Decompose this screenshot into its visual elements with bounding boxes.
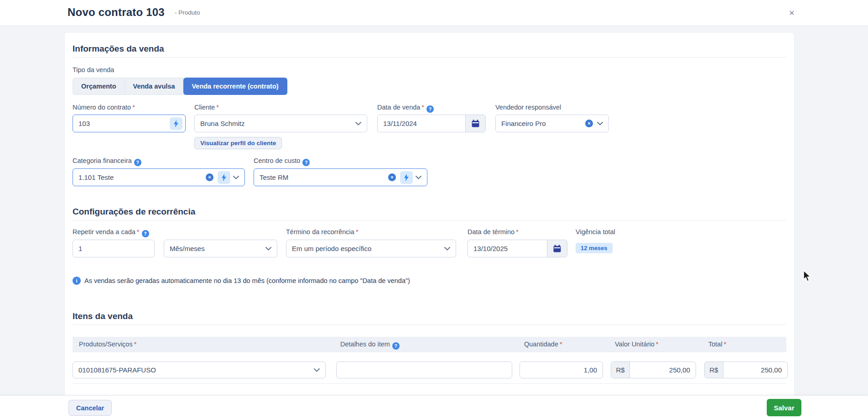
chevron-down-icon [233, 176, 239, 179]
help-icon[interactable]: ? [392, 342, 400, 350]
required-marker: * [656, 340, 659, 348]
help-icon[interactable]: ? [134, 159, 141, 166]
save-button[interactable]: Salvar [767, 399, 801, 416]
chevron-down-icon [444, 247, 450, 251]
contract-number-autofill-button[interactable] [170, 117, 182, 130]
section-title-items: Itens da venda [73, 311, 133, 321]
item-total-input[interactable] [723, 362, 787, 378]
form-footer: Cancelar Salvar [0, 395, 868, 419]
help-icon[interactable]: ? [142, 230, 149, 237]
section-title-recurrence: Configurações de recorrência [73, 207, 195, 217]
required-marker: * [137, 228, 140, 236]
item-details-field [336, 361, 512, 378]
client-label: Cliente* [194, 104, 219, 111]
financial-category-select[interactable]: 1.101 Teste × [73, 168, 245, 186]
page-title: Novo contrato 103 [68, 6, 165, 19]
column-header-details-text: Detalhes do item [340, 340, 390, 348]
recurrence-end-select[interactable]: Em um período específico [286, 240, 456, 257]
item-unit-value-input[interactable] [630, 362, 696, 378]
calendar-icon [472, 120, 479, 127]
item-product-select[interactable]: 0101081675-PARAFUSO [73, 361, 326, 378]
end-date-label-text: Data de término [468, 228, 515, 236]
column-header-unit-value-text: Valor Unitário [615, 340, 655, 348]
end-date-input[interactable] [468, 240, 547, 257]
client-select[interactable]: Bruna Schmitz [194, 115, 367, 132]
item-unit-value-field: R$ [611, 361, 696, 378]
sale-type-tabs: Orçamento Venda avulsa Venda recorrente … [73, 78, 287, 95]
seller-value: Financeiro Pro [496, 120, 585, 127]
cost-center-autofill-button[interactable] [400, 171, 413, 184]
chevron-down-icon [416, 176, 421, 179]
sale-type-label: Tipo da venda [73, 66, 114, 73]
end-date-label: Data de término* [468, 228, 519, 236]
view-client-profile-button[interactable]: Visualizar perfil do cliente [194, 137, 282, 149]
items-table-header: Produtos/Serviços* Detalhes do item? Qua… [73, 337, 786, 352]
calendar-icon [553, 245, 561, 252]
help-icon[interactable]: ? [302, 159, 310, 166]
required-marker: * [516, 228, 519, 236]
recurrence-end-label-text: Término da recorrência [286, 228, 354, 236]
sale-date-label: Data de venda*? [377, 104, 434, 113]
total-term-label: Vigência total [576, 228, 615, 236]
client-value: Bruna Schmitz [195, 120, 355, 127]
required-marker: * [724, 340, 727, 348]
contract-number-input[interactable] [73, 115, 170, 132]
contract-number-label-text: Número do contrato [73, 104, 131, 111]
financial-category-autofill-button[interactable] [218, 171, 230, 184]
required-marker: * [216, 104, 219, 111]
tab-venda-recorrente[interactable]: Venda recorrente (contrato) [183, 78, 287, 95]
column-header-details: Detalhes do item? [340, 340, 400, 350]
clear-icon[interactable]: × [585, 120, 593, 127]
period-unit-select[interactable]: Mês/meses [164, 240, 277, 257]
divider [73, 57, 786, 58]
financial-category-label: Categoria financeira? [73, 157, 141, 166]
lightning-icon [221, 174, 227, 181]
contract-number-label: Número do contrato* [73, 104, 135, 111]
repeat-every-input[interactable] [73, 240, 154, 257]
chevron-down-icon [597, 122, 603, 126]
lightning-icon [173, 120, 179, 127]
section-title-sale-info: Informações da venda [73, 44, 164, 54]
divider [73, 383, 786, 384]
close-button[interactable]: × [785, 5, 799, 20]
info-icon: i [73, 277, 81, 285]
contract-form-card: Informações da venda Tipo da venda Orçam… [65, 33, 794, 419]
recurrence-end-label: Término da recorrência* [286, 228, 359, 236]
column-header-unit-value: Valor Unitário* [615, 340, 658, 348]
sale-date-label-text: Data de venda [377, 104, 420, 111]
close-icon: × [789, 7, 795, 18]
sale-date-input[interactable] [378, 115, 465, 132]
column-header-total-text: Total [708, 340, 722, 348]
item-quantity-input[interactable] [520, 362, 603, 378]
required-marker: * [356, 228, 359, 236]
item-details-input[interactable] [337, 362, 512, 378]
repeat-every-label: Repetir venda a cada*? [73, 228, 149, 237]
currency-prefix: R$ [611, 362, 630, 378]
recurrence-info-note: i As vendas serão geradas automaticament… [73, 277, 410, 285]
clear-icon[interactable]: × [206, 173, 213, 181]
info-note-text: As vendas serão geradas automaticamente … [84, 277, 410, 284]
seller-label: Vendedor responsável [495, 104, 561, 111]
seller-select[interactable]: Financeiro Pro × [495, 115, 609, 132]
cost-center-select[interactable]: Teste RM × [254, 168, 427, 186]
financial-category-label-text: Categoria financeira [73, 157, 132, 164]
cost-center-value: Teste RM [254, 173, 388, 181]
end-date-calendar-button[interactable] [547, 240, 567, 257]
required-marker: * [132, 104, 135, 111]
column-header-quantity-text: Quantidade [524, 340, 558, 348]
column-header-product-text: Produtos/Serviços [79, 340, 133, 348]
help-icon[interactable]: ? [426, 105, 434, 113]
repeat-every-field [73, 240, 155, 257]
modal-header: Novo contrato 103 - Produto × [0, 0, 868, 26]
tab-orcamento[interactable]: Orçamento [73, 78, 125, 95]
recurrence-end-value: Em um período específico [286, 245, 444, 252]
chevron-down-icon [265, 247, 271, 251]
sale-date-calendar-button[interactable] [465, 115, 485, 132]
period-unit-value: Mês/meses [164, 245, 265, 252]
item-product-value: 0101081675-PARAFUSO [73, 366, 314, 374]
tab-venda-avulsa[interactable]: Venda avulsa [125, 78, 184, 95]
chevron-down-icon [314, 368, 320, 372]
clear-icon[interactable]: × [388, 173, 396, 181]
required-marker: * [560, 340, 562, 348]
cancel-button[interactable]: Cancelar [68, 400, 112, 416]
